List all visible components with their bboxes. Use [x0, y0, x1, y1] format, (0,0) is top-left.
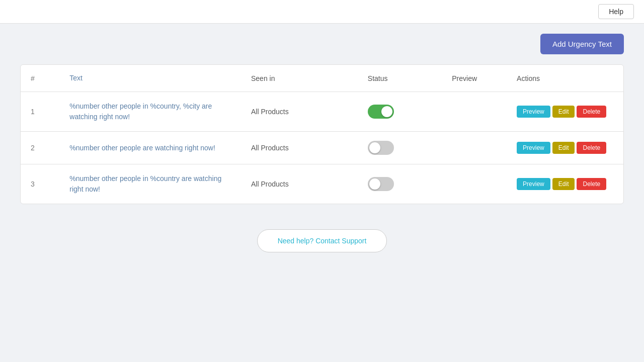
row-preview-cell [442, 92, 507, 132]
row-seen-in: All Products [241, 92, 358, 132]
delete-button[interactable]: Delete [577, 106, 606, 118]
edit-button[interactable]: Edit [552, 142, 575, 154]
top-bar: Help [0, 0, 644, 24]
row-actions: PreviewEditDelete [507, 92, 623, 132]
row-text: %number other people in %country are wat… [59, 164, 241, 204]
row-number: 1 [21, 92, 59, 132]
row-status [358, 92, 442, 132]
add-urgency-button[interactable]: Add Urgency Text [540, 34, 624, 54]
row-status [358, 164, 442, 204]
urgency-table-container: # Text Seen in Status Preview Actions 1%… [20, 64, 624, 204]
status-toggle[interactable] [368, 177, 394, 191]
table-header-row: # Text Seen in Status Preview Actions [21, 65, 623, 92]
urgency-table: # Text Seen in Status Preview Actions 1%… [21, 65, 623, 204]
edit-button[interactable]: Edit [552, 106, 575, 118]
table-row: 1%number other people in %country, %city… [21, 92, 623, 132]
row-seen-in: All Products [241, 132, 358, 164]
row-number: 2 [21, 132, 59, 164]
row-status [358, 132, 442, 164]
row-actions: PreviewEditDelete [507, 164, 623, 204]
row-preview-cell [442, 164, 507, 204]
col-header-actions: Actions [507, 65, 623, 92]
row-number: 3 [21, 164, 59, 204]
status-toggle[interactable] [368, 105, 394, 119]
status-toggle[interactable] [368, 141, 394, 155]
row-text: %number other people in %country, %city … [59, 92, 241, 132]
contact-support-section: Need help? Contact Support [20, 229, 624, 252]
edit-button[interactable]: Edit [552, 178, 575, 190]
help-button[interactable]: Help [598, 4, 634, 19]
preview-button[interactable]: Preview [517, 178, 550, 190]
col-header-status: Status [358, 65, 442, 92]
row-text: %number other people are watching right … [59, 132, 241, 164]
col-header-num: # [21, 65, 59, 92]
delete-button[interactable]: Delete [577, 178, 606, 190]
col-header-seen-in: Seen in [241, 65, 358, 92]
row-seen-in: All Products [241, 164, 358, 204]
preview-button[interactable]: Preview [517, 142, 550, 154]
table-row: 2%number other people are watching right… [21, 132, 623, 164]
toolbar: Add Urgency Text [20, 34, 624, 54]
preview-button[interactable]: Preview [517, 106, 550, 118]
col-header-text: Text [59, 65, 241, 92]
row-preview-cell [442, 132, 507, 164]
table-row: 3%number other people in %country are wa… [21, 164, 623, 204]
col-header-preview: Preview [442, 65, 507, 92]
delete-button[interactable]: Delete [577, 142, 606, 154]
row-actions: PreviewEditDelete [507, 132, 623, 164]
main-content: Add Urgency Text # Text Seen in Status P… [0, 24, 644, 262]
contact-support-button[interactable]: Need help? Contact Support [257, 229, 387, 252]
